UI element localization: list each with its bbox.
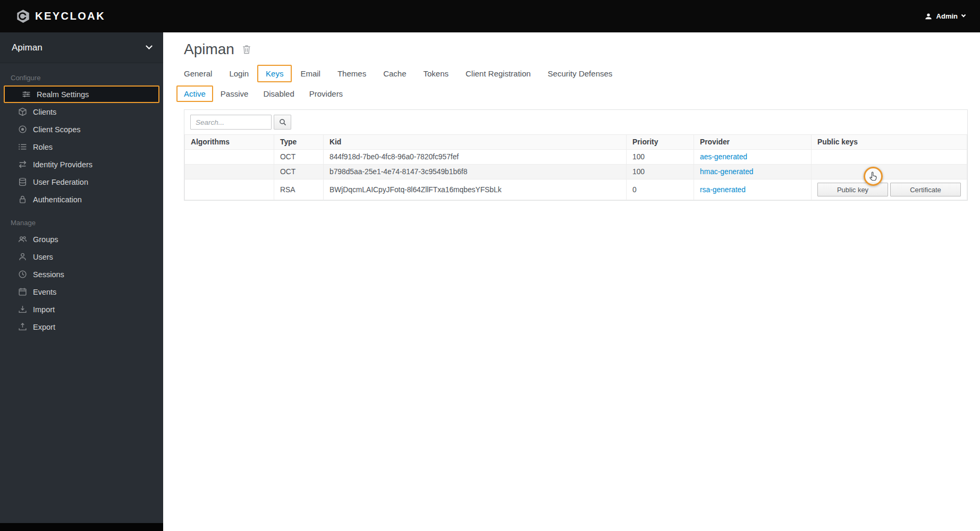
cell-public-keys <box>812 165 967 179</box>
section-label-configure: Configure <box>0 63 163 85</box>
cube-icon <box>18 107 27 116</box>
tab-themes[interactable]: Themes <box>329 65 375 82</box>
keycloak-brand[interactable]: KEYCLOAK <box>16 9 105 23</box>
sidebar-item-roles[interactable]: Roles <box>0 138 163 156</box>
top-navbar: KEYCLOAK Admin <box>0 0 980 32</box>
user-label: Admin <box>936 12 958 20</box>
delete-realm-button[interactable] <box>242 45 251 54</box>
tab-keys[interactable]: Keys <box>257 65 292 82</box>
cell-algorithms <box>185 179 274 200</box>
tab-login[interactable]: Login <box>221 65 257 82</box>
tab-tokens[interactable]: Tokens <box>415 65 458 82</box>
sidebar-item-label: Realm Settings <box>37 90 89 99</box>
sidebar-item-events[interactable]: Events <box>0 283 163 301</box>
user-menu-chevron-icon <box>961 12 966 16</box>
tab-client-registration[interactable]: Client Registration <box>457 65 539 82</box>
sidebar-item-label: User Federation <box>33 178 88 186</box>
calendar-icon <box>18 287 27 296</box>
realm-name: Apiman <box>12 42 43 53</box>
subtab-disabled[interactable]: Disabled <box>256 85 301 102</box>
sidebar-item-label: Client Scopes <box>33 125 80 134</box>
certificate-button[interactable]: Certificate <box>890 183 961 196</box>
col-header-provider: Provider <box>694 135 812 150</box>
table-header-row: Algorithms Type Kid Priority Provider Pu… <box>185 135 967 150</box>
cell-kid: BWjDqcmLAICpyJFotq-8l64ZllFTxa16mqbesYFS… <box>324 179 627 200</box>
col-header-type: Type <box>274 135 324 150</box>
hand-pointer-icon <box>868 171 878 182</box>
sidebar-item-realm-settings[interactable]: Realm Settings <box>4 85 159 103</box>
sidebar-item-label: Import <box>33 305 55 314</box>
provider-link-hmac-generated[interactable]: hmac-generated <box>700 168 753 176</box>
sidebar-item-label: Clients <box>33 108 56 116</box>
sidebar-item-label: Export <box>33 323 55 331</box>
keys-table: Algorithms Type Kid Priority Provider Pu… <box>184 134 967 200</box>
search-icon <box>279 118 286 126</box>
search-group <box>190 115 961 130</box>
sidebar-item-label: Events <box>33 288 56 296</box>
sidebar-item-users[interactable]: Users <box>0 248 163 266</box>
groups-icon <box>18 235 27 244</box>
cursor-highlight-circle <box>864 167 883 186</box>
cell-priority: 0 <box>627 179 694 200</box>
sidebar-item-label: Identity Providers <box>33 160 92 169</box>
table-row: OCT 844f918d-7be0-4fc8-96a0-7820fc957fef… <box>185 150 967 165</box>
tab-security-defenses[interactable]: Security Defenses <box>539 65 621 82</box>
cell-type: OCT <box>274 165 324 179</box>
col-header-kid: Kid <box>324 135 627 150</box>
database-icon <box>18 177 27 186</box>
search-input[interactable] <box>190 115 272 130</box>
table-toolbar <box>184 110 967 134</box>
keycloak-logo-icon <box>16 9 30 23</box>
cell-provider: rsa-generated <box>694 179 812 200</box>
cell-kid: b798d5aa-25e1-4e74-8147-3c9549b1b6f8 <box>324 165 627 179</box>
cell-public-keys: Public key Certificate <box>812 179 967 200</box>
subtab-active[interactable]: Active <box>176 85 213 102</box>
cell-type: RSA <box>274 179 324 200</box>
sidebar-item-export[interactable]: Export <box>0 318 163 336</box>
sidebar-item-identity-providers[interactable]: Identity Providers <box>0 156 163 173</box>
provider-link-aes-generated[interactable]: aes-generated <box>700 153 747 161</box>
sidebar-item-client-scopes[interactable]: Client Scopes <box>0 121 163 138</box>
tab-email[interactable]: Email <box>292 65 329 82</box>
sidebar: Apiman Configure Realm Settings Clients <box>0 32 163 531</box>
table-row: OCT b798d5aa-25e1-4e74-8147-3c9549b1b6f8… <box>185 165 967 179</box>
sidebar-item-label: Groups <box>33 235 58 244</box>
sidebar-item-sessions[interactable]: Sessions <box>0 266 163 283</box>
col-header-priority: Priority <box>627 135 694 150</box>
bullseye-icon <box>18 125 27 134</box>
subtab-providers[interactable]: Providers <box>302 85 350 102</box>
import-icon <box>18 305 27 314</box>
sidebar-item-label: Roles <box>33 143 53 151</box>
cell-public-keys <box>812 150 967 165</box>
cell-provider: aes-generated <box>694 150 812 165</box>
sidebar-item-groups[interactable]: Groups <box>0 230 163 248</box>
sidebar-item-authentication[interactable]: Authentication <box>0 191 163 208</box>
col-header-public-keys: Public keys <box>812 135 967 150</box>
realm-selector[interactable]: Apiman <box>0 32 163 63</box>
keys-table-container: Algorithms Type Kid Priority Provider Pu… <box>184 109 968 201</box>
search-button[interactable] <box>274 115 291 130</box>
export-icon <box>18 322 27 331</box>
sidebar-item-clients[interactable]: Clients <box>0 103 163 121</box>
table-row: RSA BWjDqcmLAICpyJFotq-8l64ZllFTxa16mqbe… <box>185 179 967 200</box>
list-icon <box>18 142 27 151</box>
page-title: Apiman <box>184 41 234 58</box>
sidebar-item-user-federation[interactable]: User Federation <box>0 173 163 191</box>
realm-chevron-down-icon <box>146 42 153 49</box>
cell-type: OCT <box>274 150 324 165</box>
sidebar-item-import[interactable]: Import <box>0 301 163 318</box>
sidebar-item-label: Users <box>33 253 53 261</box>
tab-general[interactable]: General <box>175 65 221 82</box>
brand-text: KEYCLOAK <box>35 10 105 22</box>
cell-algorithms <box>185 165 274 179</box>
sidebar-item-label: Sessions <box>33 270 64 279</box>
provider-link-rsa-generated[interactable]: rsa-generated <box>700 186 746 194</box>
realm-tabs: General Login Keys Email Themes Cache To… <box>175 65 968 82</box>
col-header-algorithms: Algorithms <box>185 135 274 150</box>
tab-cache[interactable]: Cache <box>375 65 415 82</box>
cell-kid: 844f918d-7be0-4fc8-96a0-7820fc957fef <box>324 150 627 165</box>
user-menu[interactable]: Admin <box>925 12 965 20</box>
subtab-passive[interactable]: Passive <box>213 85 256 102</box>
section-label-manage: Manage <box>0 208 163 230</box>
trash-icon <box>242 45 251 54</box>
